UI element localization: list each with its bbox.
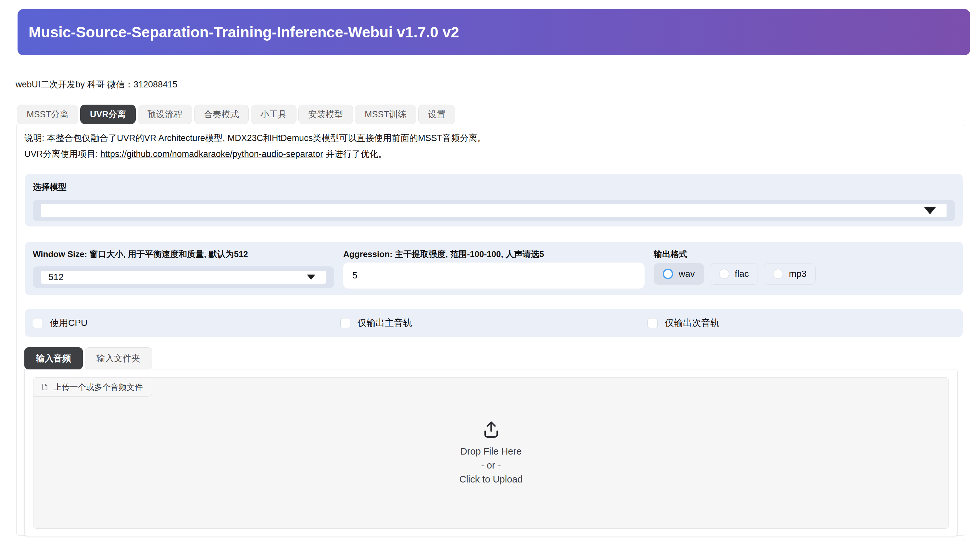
window-size-dropdown[interactable]: 512	[33, 266, 334, 288]
window-size-label: Window Size: 窗口大小, 用于平衡速度和质量, 默认为512	[33, 249, 334, 259]
subtitle-text: webUI二次开发by 科哥 微信：312088415	[16, 79, 980, 90]
description-line1: 说明: 本整合包仅融合了UVR的VR Architecture模型, MDX23…	[24, 131, 965, 145]
radio-flac-label: flac	[735, 269, 749, 279]
radio-wav-label: wav	[679, 269, 695, 279]
window-size-input[interactable]: 512	[41, 271, 326, 284]
tab-input-audio[interactable]: 输入音频	[24, 347, 83, 370]
radio-unselected-icon	[773, 269, 783, 279]
aggression-input[interactable]	[343, 263, 644, 288]
output-format-radio-group: wav flac mp3	[654, 263, 955, 285]
file-upload-dropzone[interactable]: 上传一个或多个音频文件 Drop File Here - or - Click …	[33, 377, 949, 529]
dropzone-hint: Drop File Here - or - Click to Upload	[459, 420, 522, 486]
checkbox-use-cpu[interactable]: 使用CPU	[33, 317, 340, 329]
input-audio-panel: 上传一个或多个音频文件 Drop File Here - or - Click …	[24, 369, 958, 536]
chevron-down-icon	[307, 274, 315, 280]
aggression-group: Aggression: 主干提取强度, 范围-100-100, 人声请选5	[343, 249, 644, 288]
main-tab-bar: MSST分离 UVR分离 预设流程 合奏模式 小工具 安装模型 MSST训练 设…	[17, 105, 980, 124]
aggression-label: Aggression: 主干提取强度, 范围-100-100, 人声请选5	[343, 249, 644, 259]
description-line2: UVR分离使用项目: https://github.com/nomadkarao…	[24, 147, 965, 161]
tab-settings[interactable]: 设置	[418, 105, 455, 124]
model-select-dropdown[interactable]	[33, 200, 955, 221]
radio-flac[interactable]: flac	[710, 263, 758, 285]
app-title: Music-Source-Separation-Training-Inferen…	[29, 23, 459, 41]
uvr-tab-panel: 说明: 本整合包仅融合了UVR的VR Architecture模型, MDX23…	[16, 124, 965, 536]
tab-small-tools[interactable]: 小工具	[251, 105, 296, 124]
drop-text-line2: - or -	[459, 459, 522, 472]
checkbox-icon	[648, 318, 657, 328]
checkbox-icon	[33, 318, 43, 328]
window-size-group: Window Size: 窗口大小, 用于平衡速度和质量, 默认为512 512	[33, 249, 334, 288]
github-link[interactable]: https://github.com/nomadkaraoke/python-a…	[100, 149, 323, 159]
checkbox-use-cpu-label: 使用CPU	[50, 317, 88, 329]
input-tab-bar: 输入音频 输入文件夹	[24, 347, 965, 370]
options-row: Window Size: 窗口大小, 用于平衡速度和质量, 默认为512 512…	[25, 242, 963, 295]
checkbox-secondary-track-only[interactable]: 仅输出次音轨	[648, 317, 955, 329]
chevron-down-icon	[924, 207, 936, 215]
tab-msst-separation[interactable]: MSST分离	[17, 105, 78, 124]
drop-text-line1: Drop File Here	[459, 444, 522, 459]
radio-mp3[interactable]: mp3	[764, 263, 815, 285]
model-select-label: 选择模型	[33, 182, 955, 192]
checkbox-secondary-track-only-label: 仅输出次音轨	[665, 317, 719, 329]
drop-text-line3: Click to Upload	[459, 472, 522, 486]
model-select-input[interactable]	[41, 204, 947, 217]
checkbox-main-track-only[interactable]: 仅输出主音轨	[340, 317, 648, 329]
output-format-group: 输出格式 wav flac mp3	[654, 249, 955, 288]
radio-selected-icon	[663, 269, 673, 279]
file-upload-label-text: 上传一个或多个音频文件	[54, 382, 143, 392]
radio-unselected-icon	[719, 269, 729, 279]
tab-install-models[interactable]: 安装模型	[298, 105, 353, 124]
app-banner: Music-Source-Separation-Training-Inferen…	[18, 9, 970, 55]
tab-preset-flow[interactable]: 预设流程	[138, 105, 192, 124]
upload-icon	[481, 420, 501, 440]
file-icon	[41, 383, 49, 391]
tab-ensemble-mode[interactable]: 合奏模式	[194, 105, 249, 124]
description-line2-suffix: 并进行了优化。	[323, 149, 387, 159]
radio-wav[interactable]: wav	[654, 263, 704, 285]
page: Music-Source-Separation-Training-Inferen…	[0, 9, 980, 540]
file-upload-label: 上传一个或多个音频文件	[33, 377, 152, 397]
window-size-value: 512	[48, 272, 64, 282]
tab-input-folder[interactable]: 输入文件夹	[85, 347, 152, 370]
radio-mp3-label: mp3	[789, 269, 806, 279]
checkbox-main-track-only-label: 仅输出主音轨	[358, 317, 412, 329]
description-line2-prefix: UVR分离使用项目:	[24, 149, 100, 159]
tab-uvr-separation[interactable]: UVR分离	[80, 105, 136, 124]
output-format-label: 输出格式	[654, 249, 955, 259]
next-section-edge	[16, 539, 965, 540]
model-select-group: 选择模型	[25, 174, 963, 226]
tab-msst-training[interactable]: MSST训练	[355, 105, 416, 124]
checkbox-icon	[340, 318, 350, 328]
checkbox-row: 使用CPU 仅输出主音轨 仅输出次音轨	[25, 309, 963, 337]
